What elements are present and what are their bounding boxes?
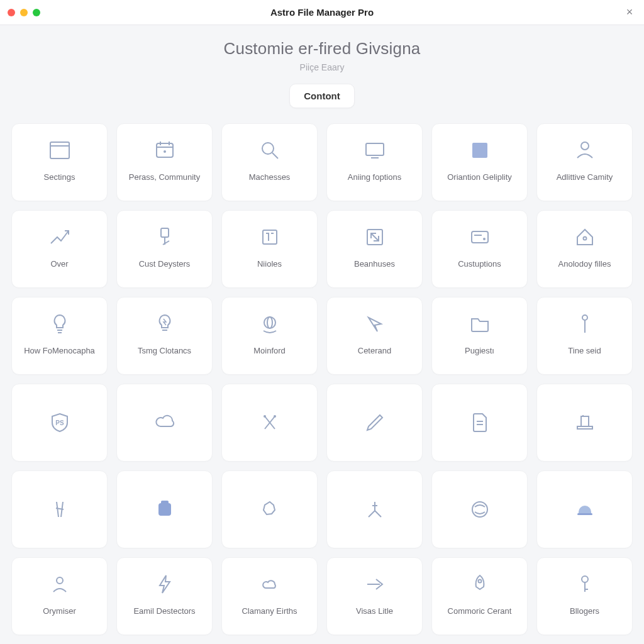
tile-label: Commoric Cerant [444, 607, 516, 616]
tile-label: Beanhuses [350, 260, 399, 269]
card-icon [467, 225, 492, 250]
tile-label: Ceterand [354, 347, 395, 355]
window-close-dot[interactable] [8, 9, 15, 16]
tile-grid: SectingsPerass, CommunityMachessesAniing… [0, 108, 644, 635]
page-title: Customie er-fired Givsigna [0, 39, 644, 58]
traffic-lights [8, 9, 40, 16]
tile-cloud[interactable] [116, 384, 213, 462]
tile-cursor[interactable]: Ceterand [326, 297, 423, 375]
window-icon [47, 138, 72, 163]
tile-pin[interactable]: Cust Deysters [116, 210, 213, 288]
globe-ring-icon [257, 311, 282, 336]
content-pill-label: Contont [304, 91, 340, 101]
rocket-icon [467, 572, 492, 597]
tile-label: Niioles [253, 260, 286, 269]
tile-key[interactable]: Bllogers [536, 557, 633, 635]
tile-tripod[interactable] [326, 470, 423, 548]
tile-globe-ring[interactable]: Moinford [221, 297, 318, 375]
close-button[interactable]: × [623, 6, 636, 19]
tile-label: Aniing foptions [344, 173, 405, 182]
tile-label: Tine seid [564, 347, 604, 355]
tile-house[interactable]: Anolodoy filles [536, 210, 633, 288]
tile-helmet[interactable] [536, 470, 633, 548]
folder-icon [467, 311, 492, 336]
tile-label: Cust Deysters [135, 260, 194, 269]
cursor-icon [362, 311, 387, 336]
titlebar: Astro File Manager Pro × [0, 0, 644, 25]
tile-expand[interactable]: Beanhuses [326, 210, 423, 288]
pin-icon [152, 225, 177, 250]
tile-calendar[interactable]: Perass, Community [116, 123, 213, 201]
tile-folder[interactable]: Pugiestı [431, 297, 528, 375]
tile-square-fill[interactable]: Oriantion Geliplity [431, 123, 528, 201]
square-fill-icon [467, 138, 492, 163]
user-icon [47, 572, 72, 597]
tile-bulb[interactable]: How FoMenocapha [11, 297, 108, 375]
arrow-right-icon [362, 572, 387, 597]
tile-label: Anolodoy filles [555, 260, 615, 269]
tile-search[interactable]: Machesses [221, 123, 318, 201]
tile-label: Machesses [245, 173, 294, 182]
tile-shield-ps[interactable] [11, 384, 108, 462]
tile-label: How FoMenocapha [20, 347, 99, 355]
content-pill[interactable]: Contont [289, 84, 354, 108]
tile-arrow-trend[interactable]: Over [11, 210, 108, 288]
tile-printer[interactable] [536, 384, 633, 462]
bolt-icon [152, 572, 177, 597]
search-icon [257, 138, 282, 163]
tile-sticks[interactable] [11, 470, 108, 548]
tile-label: Custuptions [454, 260, 505, 269]
tile-text-box[interactable]: Niioles [221, 210, 318, 288]
tile-card[interactable]: Custuptions [431, 210, 528, 288]
tile-label: Clamany Eirths [238, 607, 301, 616]
tile-pin-dot[interactable]: Tine seid [536, 297, 633, 375]
tile-globe-face[interactable] [431, 470, 528, 548]
tile-user-bust[interactable]: Adlittive Camity [536, 123, 633, 201]
monitor-icon [362, 138, 387, 163]
window-minimize-dot[interactable] [20, 9, 28, 16]
tile-label: Over [47, 260, 72, 269]
bulb-icon [47, 311, 72, 336]
tile-doc-lines[interactable] [431, 384, 528, 462]
sticks-icon [47, 497, 72, 522]
page-subtitle: Piiçe Eaary [0, 62, 644, 72]
cross-sticks-icon [257, 410, 282, 435]
tile-label: Adlittive Camity [553, 173, 617, 182]
tile-blob[interactable] [221, 470, 318, 548]
tile-label: Sectings [40, 173, 79, 182]
printer-icon [572, 410, 597, 435]
window-zoom-dot[interactable] [33, 9, 40, 16]
tile-label: Oriantion Geliplity [443, 173, 516, 182]
helmet-icon [572, 497, 597, 522]
tile-bulb-spark[interactable]: Tsmg Clotancs [116, 297, 213, 375]
tile-monitor[interactable]: Aniing foptions [326, 123, 423, 201]
tripod-icon [362, 497, 387, 522]
tile-label: Eamil Destectors [130, 607, 199, 616]
tile-label: Visas Litle [352, 607, 397, 616]
stack-fill-icon [152, 497, 177, 522]
tile-window[interactable]: Sectings [11, 123, 108, 201]
tile-label: Tsmg Clotancs [134, 347, 195, 355]
text-box-icon [257, 225, 282, 250]
tile-stack-fill[interactable] [116, 470, 213, 548]
tile-pencil[interactable] [326, 384, 423, 462]
tile-cloud-small[interactable]: Clamany Eirths [221, 557, 318, 635]
cloud-icon [152, 410, 177, 435]
tile-rocket[interactable]: Commoric Cerant [431, 557, 528, 635]
tile-cross-sticks[interactable] [221, 384, 318, 462]
bulb-spark-icon [152, 311, 177, 336]
window-title: Astro File Manager Pro [0, 7, 644, 18]
pin-dot-icon [572, 311, 597, 336]
tile-label: Orymiser [39, 607, 80, 616]
tile-bolt[interactable]: Eamil Destectors [116, 557, 213, 635]
close-icon: × [626, 6, 633, 19]
tile-label: Perass, Community [125, 173, 204, 182]
tile-user[interactable]: Orymiser [11, 557, 108, 635]
hero: Customie er-fired Givsigna Piiçe Eaary C… [0, 25, 644, 108]
pencil-icon [362, 410, 387, 435]
tile-label: Pugiestı [461, 347, 498, 355]
tile-label: Bllogers [566, 607, 603, 616]
tile-arrow-right[interactable]: Visas Litle [326, 557, 423, 635]
tile-label: Moinford [250, 347, 289, 355]
expand-icon [362, 225, 387, 250]
